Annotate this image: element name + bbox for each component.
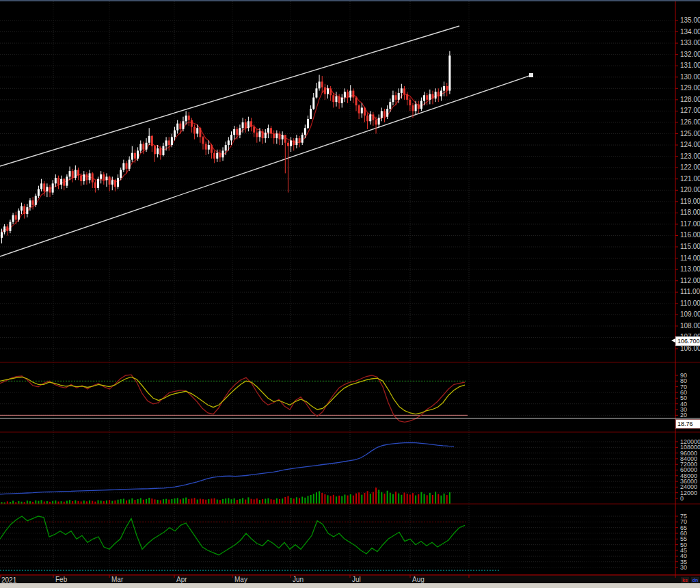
svg-text:122.000: 122.000 <box>680 163 700 171</box>
svg-text:135.000: 135.000 <box>680 16 700 24</box>
chart-canvas[interactable]: 106.000107.000108.000109.000110.000111.0… <box>0 0 700 588</box>
svg-text:109.000: 109.000 <box>680 310 700 318</box>
svg-text:117.000: 117.000 <box>680 220 700 228</box>
svg-text:114.000: 114.000 <box>680 254 700 262</box>
time-axis-year-label: 2021 <box>1 576 16 584</box>
stochastic-value-marker: 18.76 <box>675 419 700 429</box>
svg-text:108.000: 108.000 <box>680 322 700 330</box>
svg-text:115.000: 115.000 <box>680 243 700 250</box>
svg-text:130.000: 130.000 <box>680 73 700 81</box>
svg-text:129.000: 129.000 <box>680 84 700 92</box>
time-axis: FebMarAprMayJunJulAug <box>0 575 700 583</box>
svg-text:Apr: Apr <box>176 576 187 583</box>
svg-text:123.000: 123.000 <box>680 152 700 160</box>
svg-text:Aug: Aug <box>412 576 425 583</box>
status-icon-blue[interactable]: dn <box>691 577 699 583</box>
svg-text:113.000: 113.000 <box>680 265 700 273</box>
svg-text:119.000: 119.000 <box>680 198 700 205</box>
svg-text:0: 0 <box>680 495 684 502</box>
svg-text:Feb: Feb <box>55 576 68 583</box>
svg-text:110.000: 110.000 <box>680 299 700 307</box>
svg-text:111.000: 111.000 <box>680 288 700 295</box>
svg-text:133.000: 133.000 <box>680 39 700 46</box>
window-top-edge <box>0 0 700 1</box>
svg-text:131.000: 131.000 <box>680 62 700 69</box>
svg-text:30: 30 <box>680 564 687 571</box>
svg-text:121.000: 121.000 <box>680 175 700 183</box>
trading-terminal-window: 106.000107.000108.000109.000110.000111.0… <box>0 0 700 588</box>
svg-text:126.000: 126.000 <box>680 118 700 126</box>
svg-text:116.000: 116.000 <box>680 231 700 239</box>
svg-text:120.000: 120.000 <box>680 186 700 193</box>
status-icon-red[interactable]: ks <box>681 577 689 583</box>
svg-text:127.000: 127.000 <box>680 107 700 114</box>
svg-text:Jul: Jul <box>352 576 361 583</box>
price-marker: 106.700 <box>675 336 700 346</box>
svg-text:118.000: 118.000 <box>680 209 700 216</box>
svg-text:112.000: 112.000 <box>680 277 700 284</box>
svg-text:134.000: 134.000 <box>680 28 700 36</box>
svg-text:128.000: 128.000 <box>680 96 700 103</box>
svg-text:May: May <box>234 576 247 583</box>
svg-text:132.000: 132.000 <box>680 51 700 58</box>
statusbar-top-strip <box>0 583 700 588</box>
svg-text:124.000: 124.000 <box>680 141 700 148</box>
svg-text:Mar: Mar <box>111 576 124 583</box>
svg-text:125.000: 125.000 <box>680 130 700 137</box>
svg-text:Jun: Jun <box>293 576 304 583</box>
